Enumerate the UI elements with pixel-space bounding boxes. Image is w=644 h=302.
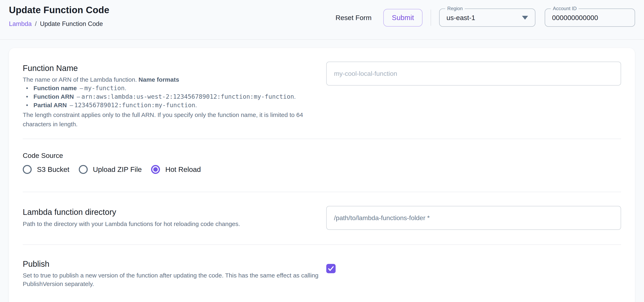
page-header: Update Function Code Lambda / Update Fun… bbox=[0, 0, 644, 40]
breadcrumb: Lambda / Update Function Code bbox=[9, 20, 103, 27]
submit-button[interactable]: Submit bbox=[383, 9, 422, 26]
list-item: Function name –my-function. bbox=[23, 84, 326, 92]
region-label: Region bbox=[445, 6, 465, 11]
description-intro-text: The name or ARN of the Lambda function. bbox=[23, 76, 138, 83]
lambda-directory-input[interactable] bbox=[326, 206, 621, 230]
chevron-down-icon bbox=[522, 16, 528, 20]
radio-checked-icon bbox=[151, 165, 160, 174]
function-name-input[interactable] bbox=[326, 62, 621, 86]
radio-label: S3 Bucket bbox=[37, 165, 70, 173]
section-publish: Publish Set to true to publish a new ver… bbox=[23, 245, 621, 302]
radio-hot-reload[interactable]: Hot Reload bbox=[151, 165, 201, 174]
code-source-radio-group: S3 Bucket Upload ZIP File Hot Reload bbox=[23, 165, 621, 174]
radio-label: Hot Reload bbox=[165, 165, 201, 173]
section-lambda-directory: Lambda function directory Path to the di… bbox=[23, 192, 621, 244]
publish-checkbox[interactable] bbox=[326, 264, 336, 273]
function-name-constraint-note: The length constraint applies only to th… bbox=[23, 110, 317, 129]
account-id-input[interactable] bbox=[545, 9, 635, 26]
account-id-field: Account ID bbox=[545, 8, 635, 27]
header-actions: Reset Form Submit Region us-east-1 Accou… bbox=[336, 8, 635, 27]
publish-description: Set to true to publish a new version of … bbox=[23, 271, 319, 288]
section-code-source: Code Source S3 Bucket Upload ZIP File Ho… bbox=[23, 139, 621, 192]
list-item: Function ARN –arn:aws:lambda:us-west-2:1… bbox=[23, 92, 326, 101]
radio-label: Upload ZIP File bbox=[93, 165, 142, 173]
lambda-directory-title: Lambda function directory bbox=[23, 207, 326, 217]
radio-unchecked-icon bbox=[79, 165, 88, 174]
check-icon bbox=[328, 265, 334, 272]
breadcrumb-link-lambda[interactable]: Lambda bbox=[9, 20, 32, 27]
code-source-title: Code Source bbox=[23, 151, 621, 160]
lambda-directory-description: Path to the directory with your Lambda f… bbox=[23, 220, 326, 228]
account-id-label: Account ID bbox=[551, 6, 579, 11]
publish-title: Publish bbox=[23, 259, 326, 269]
radio-upload-zip-file[interactable]: Upload ZIP File bbox=[79, 165, 142, 174]
radio-s3-bucket[interactable]: S3 Bucket bbox=[23, 165, 70, 174]
function-name-title: Function Name bbox=[23, 63, 326, 73]
radio-unchecked-icon bbox=[23, 165, 32, 174]
region-value: us-east-1 bbox=[446, 14, 475, 22]
page-title: Update Function Code bbox=[9, 4, 110, 15]
form-card: Function Name The name or ARN of the Lam… bbox=[9, 48, 635, 302]
reset-form-button[interactable]: Reset Form bbox=[336, 14, 372, 22]
name-format-list: Function name –my-function. Function ARN… bbox=[23, 84, 326, 110]
section-function-name: Function Name The name or ARN of the Lam… bbox=[23, 63, 621, 139]
list-item: Partial ARN –123456789012:function:my-fu… bbox=[23, 101, 326, 110]
description-intro-bold: Name formats bbox=[138, 76, 179, 83]
breadcrumb-separator: / bbox=[35, 20, 37, 27]
header-divider bbox=[430, 9, 431, 26]
region-select[interactable]: Region us-east-1 bbox=[439, 8, 536, 27]
breadcrumb-current: Update Function Code bbox=[40, 20, 103, 27]
function-name-description: The name or ARN of the Lambda function. … bbox=[23, 75, 326, 84]
